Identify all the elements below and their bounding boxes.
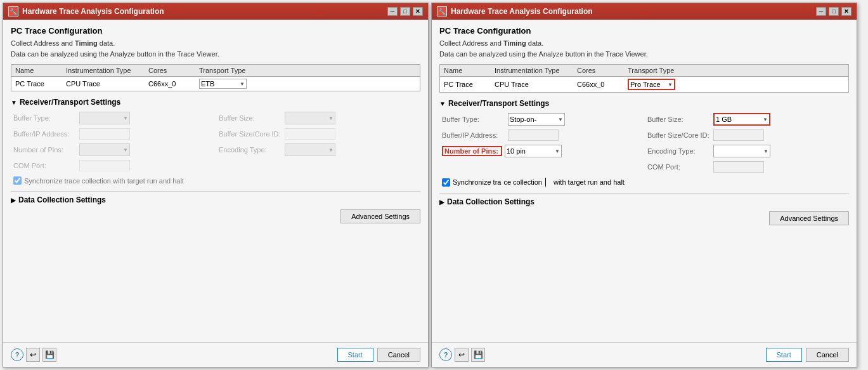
right-number-pins-label: Number of Pins:	[442, 146, 502, 156]
right-maximize-btn[interactable]: □	[829, 7, 839, 16]
right-buffer-size-label: Buffer Size:	[647, 116, 711, 123]
right-buffer-type-value: Stop-on-	[510, 116, 536, 123]
left-buffer-ip-label: Buffer/IP Address:	[13, 130, 77, 138]
right-buffer-ip-row: Buffer/IP Address:	[442, 129, 641, 141]
left-minimize-btn[interactable]: ─	[387, 7, 398, 16]
left-com-port-input	[79, 160, 130, 171]
left-dialog-content: PC Trace Configuration Collect Address a…	[3, 20, 428, 342]
right-receiver-header[interactable]: ▼ Receiver/Transport Settings	[439, 99, 849, 108]
right-title-bar-left: 🔧 Hardware Trace Analysis Configuration	[437, 6, 593, 17]
left-data-triangle: ▶	[11, 197, 16, 204]
right-advanced-settings-btn[interactable]: Advanced Settings	[769, 211, 849, 225]
left-title-bar: 🔧 Hardware Trace Analysis Configuration …	[3, 3, 428, 20]
right-help-icon[interactable]: ?	[439, 348, 452, 361]
right-title-bar: 🔧 Hardware Trace Analysis Configuration …	[432, 3, 857, 20]
right-dialog-content: PC Trace Configuration Collect Address a…	[432, 20, 857, 342]
right-action-buttons: Start Cancel	[766, 348, 849, 362]
left-col-name: Name	[15, 67, 66, 74]
left-undo-icon[interactable]: ↩	[26, 348, 40, 362]
right-transport-select[interactable]: Pro Trace ▼	[628, 79, 675, 90]
left-data-title: Data Collection Settings	[18, 195, 106, 204]
left-buffer-size-label: Buffer Size:	[219, 114, 282, 122]
left-row-name: PC Trace	[15, 80, 66, 88]
left-buffer-size-core-row: Buffer Size/Core ID:	[219, 128, 418, 140]
right-description: Collect Address and Timing data. Data ca…	[439, 38, 849, 59]
right-sync-label2: ce collection	[503, 178, 542, 186]
right-close-btn[interactable]: ✕	[841, 7, 852, 16]
right-row-name: PC Trace	[444, 81, 495, 88]
right-data-collection-header[interactable]: ▶ Data Collection Settings	[439, 197, 849, 206]
left-desc-line1: Collect Address and Timing data.	[11, 38, 420, 49]
left-buffer-type-label: Buffer Type:	[13, 114, 77, 122]
right-cancel-btn[interactable]: Cancel	[806, 348, 849, 362]
right-undo-icon[interactable]: ↩	[455, 348, 469, 362]
left-timing-highlight: Timing	[75, 39, 98, 47]
left-start-btn[interactable]: Start	[337, 348, 373, 362]
right-buffer-size-core-input[interactable]	[713, 129, 764, 141]
right-sync-row: Synchronize trace collection with target…	[439, 178, 849, 187]
left-transport-select[interactable]: ETB ▼	[199, 79, 247, 89]
left-buffer-type-select: ▼	[79, 112, 130, 124]
left-close-btn[interactable]: ✕	[413, 7, 423, 16]
right-app-icon: 🔧	[437, 6, 447, 17]
right-col-instr: Instrumentation Type	[495, 67, 577, 74]
left-app-icon: 🔧	[8, 6, 18, 17]
right-number-pins-arrow: ▼	[555, 149, 560, 154]
left-table-row: PC Trace CPU Trace C66xx_0 ETB ▼	[11, 77, 420, 91]
left-sync-label: Synchronize trace collection with target…	[24, 177, 184, 185]
right-number-pins-value: 10 pin	[507, 147, 526, 155]
right-number-pins-select[interactable]: 10 pin ▼	[505, 145, 562, 157]
left-help-icon[interactable]: ?	[11, 348, 23, 361]
left-data-collection-header[interactable]: ▶ Data Collection Settings	[11, 195, 420, 204]
right-buffer-size-arrow: ▼	[763, 117, 768, 122]
right-buffer-size-value: 1 GB	[716, 116, 732, 123]
right-encoding-type-row: Encoding Type: ▼	[647, 145, 846, 157]
right-buffer-size-select[interactable]: 1 GB ▼	[713, 113, 770, 126]
right-col-transport: Transport Type	[628, 67, 845, 74]
right-section-title: PC Trace Configuration	[439, 26, 849, 36]
left-description: Collect Address and Timing data. Data ca…	[11, 38, 420, 59]
right-save-icon[interactable]: 💾	[471, 348, 485, 362]
left-cancel-btn[interactable]: Cancel	[377, 348, 420, 362]
left-sync-checkbox[interactable]	[13, 176, 22, 185]
right-data-title: Data Collection Settings	[447, 197, 534, 206]
left-action-buttons: Start Cancel	[337, 348, 420, 362]
left-buffer-size-row: Buffer Size: ▼	[219, 112, 418, 124]
left-com-port-label: COM Port:	[13, 162, 77, 169]
right-buffer-type-arrow: ▼	[558, 117, 563, 122]
right-receiver-settings: Buffer Type: Stop-on- ▼ Buffer Size: 1 G…	[439, 113, 849, 189]
right-toolbar-group: ? ↩ 💾	[439, 348, 485, 362]
left-buffer-size-core-label: Buffer Size/Core ID:	[219, 130, 282, 138]
left-buffer-ip-row: Buffer/IP Address:	[13, 128, 212, 140]
right-advanced-settings-container: Advanced Settings	[439, 211, 849, 225]
right-minimize-btn[interactable]: ─	[816, 7, 826, 16]
left-number-pins-label: Number of Pins:	[13, 146, 77, 154]
left-receiver-triangle: ▼	[11, 99, 17, 106]
right-row-cores: C66xx_0	[577, 81, 628, 88]
right-buffer-type-select[interactable]: Stop-on- ▼	[508, 113, 565, 126]
right-buffer-size-row: Buffer Size: 1 GB ▼	[647, 113, 846, 126]
right-buffer-size-core-row: Buffer Size/Core ID:	[647, 129, 846, 141]
right-encoding-type-label: Encoding Type:	[647, 147, 711, 155]
right-receiver-triangle: ▼	[439, 100, 446, 107]
left-receiver-header[interactable]: ▼ Receiver/Transport Settings	[11, 98, 420, 107]
right-transport-value: Pro Trace	[630, 81, 661, 88]
left-maximize-btn[interactable]: □	[400, 7, 410, 16]
right-dialog-title: Hardware Trace Analysis Configuration	[451, 7, 593, 16]
left-col-instr: Instrumentation Type	[66, 67, 148, 74]
right-start-btn[interactable]: Start	[766, 348, 802, 362]
right-com-port-label: COM Port:	[647, 163, 711, 171]
right-com-port-input[interactable]	[713, 161, 764, 173]
right-encoding-type-select[interactable]: ▼	[713, 145, 770, 157]
right-bottom-bar: ? ↩ 💾 Start Cancel	[432, 342, 857, 367]
left-number-pins-row: Number of Pins: ▼	[13, 143, 212, 156]
left-advanced-settings-btn[interactable]: Advanced Settings	[340, 209, 420, 223]
right-buffer-ip-input[interactable]	[508, 129, 559, 141]
left-number-pins-select: ▼	[79, 143, 130, 156]
left-row-cores: C66xx_0	[148, 80, 199, 88]
right-table-header: Name Instrumentation Type Cores Transpor…	[440, 65, 848, 77]
left-advanced-settings-container: Advanced Settings	[11, 209, 420, 223]
left-encoding-type-label: Encoding Type:	[219, 146, 282, 154]
right-sync-checkbox[interactable]	[442, 178, 450, 187]
left-save-icon[interactable]: 💾	[42, 348, 56, 362]
